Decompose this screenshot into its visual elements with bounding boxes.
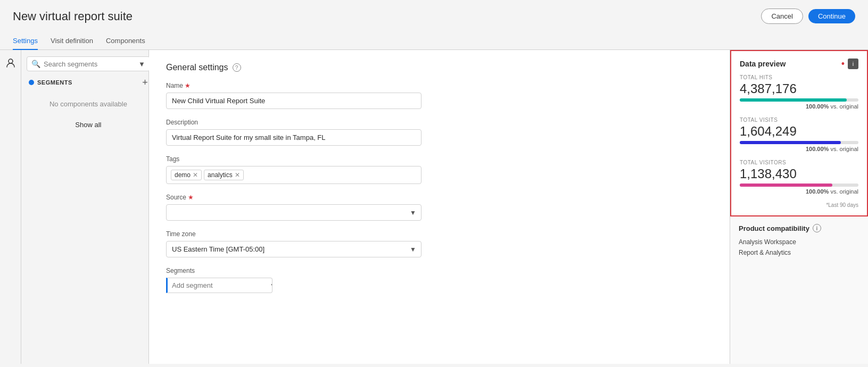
tag-label-demo: demo bbox=[175, 171, 191, 179]
product-compat-title: Product compatibility i bbox=[739, 224, 859, 232]
name-input[interactable] bbox=[166, 93, 421, 109]
right-panel: Data preview • i TOTAL HITS 4,387,176 10… bbox=[730, 50, 868, 364]
total-visits-vs: 100.00% vs. original bbox=[740, 146, 858, 152]
continue-button[interactable]: Continue bbox=[808, 9, 855, 23]
last-note: *Last 90 days bbox=[740, 202, 858, 208]
data-preview-info-icon[interactable]: i bbox=[848, 59, 858, 69]
segments-dot-icon bbox=[29, 80, 34, 85]
search-icon: 🔍 bbox=[31, 60, 40, 68]
tabs-bar: Settings Visit definition Components bbox=[0, 32, 868, 50]
tag-label-analytics: analytics bbox=[208, 171, 233, 179]
segments-group: Segments ▼ bbox=[166, 267, 713, 293]
source-group: Source ★ ▼ bbox=[166, 194, 713, 221]
segments-label: SEGMENTS bbox=[29, 79, 72, 86]
no-components-text: No components available bbox=[27, 91, 150, 116]
search-bar: 🔍 ▼ bbox=[27, 56, 150, 71]
total-hits-value: 4,387,176 bbox=[740, 81, 858, 96]
source-label: Source ★ bbox=[166, 194, 713, 201]
total-visitors-section: TOTAL VISITORS 1,138,430 100.00% vs. ori… bbox=[740, 160, 858, 195]
total-visitors-vs: 100.00% vs. original bbox=[740, 188, 858, 195]
add-segment-input[interactable] bbox=[168, 278, 266, 293]
tag-chip-demo: demo ✕ bbox=[171, 170, 202, 180]
content-area: General settings ? Name ★ Description Ta… bbox=[149, 50, 730, 364]
show-all-button[interactable]: Show all bbox=[75, 121, 101, 129]
total-visitors-bar-bg bbox=[740, 184, 858, 187]
timezone-group: Time zone US Eastern Time [GMT-05:00] ▼ bbox=[166, 230, 713, 257]
tags-label: Tags bbox=[166, 155, 713, 163]
product-compat-item-1: Analysis Workspace bbox=[739, 237, 859, 247]
tab-settings[interactable]: Settings bbox=[13, 32, 38, 50]
tag-chip-analytics: analytics ✕ bbox=[204, 170, 244, 180]
cancel-button[interactable]: Cancel bbox=[761, 9, 803, 24]
product-compat-section: Product compatibility i Analysis Workspa… bbox=[730, 216, 868, 265]
name-group: Name ★ bbox=[166, 82, 713, 109]
tag-remove-analytics[interactable]: ✕ bbox=[235, 171, 240, 179]
total-visitors-bar bbox=[740, 184, 832, 187]
tags-input-wrapper[interactable]: demo ✕ analytics ✕ bbox=[166, 166, 421, 184]
total-visits-bar bbox=[740, 141, 841, 144]
data-preview-box: Data preview • i TOTAL HITS 4,387,176 10… bbox=[730, 50, 868, 216]
tag-remove-demo[interactable]: ✕ bbox=[193, 171, 198, 179]
tags-group: Tags demo ✕ analytics ✕ bbox=[166, 155, 713, 184]
page-title: New virtual report suite bbox=[13, 10, 133, 23]
segments-header: SEGMENTS + bbox=[27, 78, 150, 87]
total-visits-bar-bg bbox=[740, 141, 858, 144]
total-visits-value: 1,604,249 bbox=[740, 124, 858, 139]
segments-label-form: Segments bbox=[166, 267, 713, 274]
product-compat-info-icon[interactable]: i bbox=[813, 224, 821, 232]
timezone-label: Time zone bbox=[166, 230, 713, 238]
filter-icon[interactable]: ▼ bbox=[138, 60, 145, 68]
data-preview-title: Data preview bbox=[740, 60, 786, 68]
add-segment-button[interactable]: + bbox=[142, 78, 148, 87]
svg-point-0 bbox=[9, 59, 13, 63]
name-required: ★ bbox=[185, 82, 191, 89]
search-input[interactable] bbox=[44, 60, 133, 68]
source-required: ★ bbox=[188, 194, 194, 201]
segment-add-wrapper: ▼ bbox=[166, 278, 272, 293]
tab-visit-definition[interactable]: Visit definition bbox=[51, 32, 93, 50]
total-visitors-value: 1,138,430 bbox=[740, 166, 858, 181]
data-preview-header: Data preview • i bbox=[740, 59, 858, 69]
source-select[interactable] bbox=[166, 204, 421, 221]
timezone-select[interactable]: US Eastern Time [GMT-05:00] bbox=[166, 241, 421, 257]
product-compat-item-2: Report & Analytics bbox=[739, 247, 859, 258]
user-icon-col bbox=[0, 50, 21, 364]
section-info-icon[interactable]: ? bbox=[233, 63, 241, 72]
total-hits-section: TOTAL HITS 4,387,176 100.00% vs. origina… bbox=[740, 74, 858, 110]
name-label: Name ★ bbox=[166, 82, 713, 89]
tab-components[interactable]: Components bbox=[106, 32, 145, 50]
description-input[interactable] bbox=[166, 129, 421, 146]
total-hits-vs: 100.00% vs. original bbox=[740, 103, 858, 110]
tags-input-field[interactable] bbox=[246, 171, 417, 179]
description-group: Description bbox=[166, 119, 713, 146]
total-visits-section: TOTAL VISITS 1,604,249 100.00% vs. origi… bbox=[740, 117, 858, 152]
add-segment-chevron-icon[interactable]: ▼ bbox=[266, 282, 272, 289]
source-select-wrapper: ▼ bbox=[166, 204, 421, 221]
total-hits-bar-bg bbox=[740, 98, 858, 102]
section-title: General settings ? bbox=[166, 63, 713, 72]
alert-dot-icon: • bbox=[841, 59, 845, 69]
user-icon[interactable] bbox=[3, 55, 18, 70]
total-visits-label: TOTAL VISITS bbox=[740, 117, 858, 123]
total-hits-bar bbox=[740, 98, 847, 102]
timezone-select-wrapper: US Eastern Time [GMT-05:00] ▼ bbox=[166, 241, 421, 257]
total-hits-label: TOTAL HITS bbox=[740, 74, 858, 80]
description-label: Description bbox=[166, 119, 713, 126]
total-visitors-label: TOTAL VISITORS bbox=[740, 160, 858, 165]
show-all-section: Show all bbox=[27, 121, 150, 129]
